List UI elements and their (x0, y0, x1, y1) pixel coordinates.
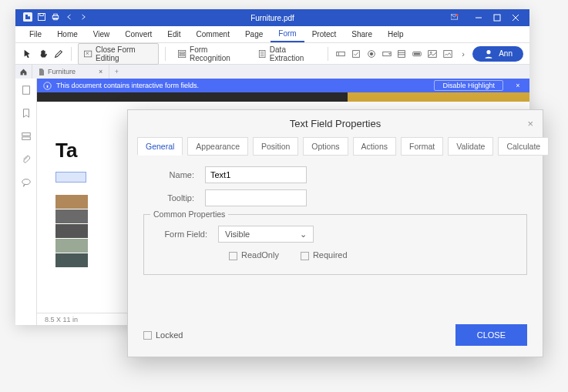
menu-view[interactable]: View (86, 27, 118, 42)
svg-rect-15 (178, 50, 185, 57)
readonly-checkbox[interactable]: ReadOnly (229, 250, 279, 260)
text-field-on-page[interactable] (55, 172, 86, 183)
page-dimensions: 8.5 X 11 in (45, 316, 78, 323)
svg-rect-2 (40, 14, 44, 16)
signature-icon[interactable] (442, 47, 454, 61)
tab-format[interactable]: Format (401, 137, 443, 156)
user-badge[interactable]: Ann (472, 46, 523, 62)
name-input[interactable] (205, 166, 307, 183)
form-field-label: Form Field: (156, 230, 218, 239)
menu-help[interactable]: Help (380, 27, 412, 42)
form-info-banner: This document contains interactive form … (37, 79, 529, 92)
menu-convert[interactable]: Convert (117, 27, 160, 42)
toolbar: Close Form Editing Form Recognition Data… (15, 43, 529, 65)
tab-position[interactable]: Position (253, 137, 298, 156)
listbox-icon[interactable] (396, 47, 408, 61)
radio-icon[interactable] (365, 47, 378, 61)
pointer-icon[interactable] (22, 47, 34, 61)
close-form-editing-button[interactable]: Close Form Editing (78, 43, 159, 65)
svg-rect-28 (398, 50, 405, 57)
menu-home[interactable]: Home (49, 27, 86, 42)
document-tabbar: Furniture × + (15, 65, 529, 79)
hand-icon[interactable] (37, 47, 49, 61)
tab-actions[interactable]: Actions (353, 137, 396, 156)
tab-calculate[interactable]: Calculate (498, 137, 549, 156)
tab-close-icon[interactable]: × (99, 68, 103, 75)
home-icon[interactable] (15, 65, 32, 79)
svg-point-36 (487, 50, 491, 54)
menu-form[interactable]: Form (271, 26, 304, 42)
svg-rect-16 (180, 52, 184, 53)
redo-icon[interactable] (79, 12, 88, 23)
save-icon[interactable] (37, 12, 46, 23)
name-label: Name: (143, 170, 205, 179)
menu-protect[interactable]: Protect (304, 27, 344, 42)
image-field-icon[interactable] (426, 47, 439, 61)
menu-share[interactable]: Share (344, 27, 380, 42)
tab-appearance[interactable]: Appearance (187, 137, 248, 156)
maximize-button[interactable] (488, 9, 506, 26)
dialog-title: Text Field Properties × (128, 110, 543, 137)
svg-point-7 (456, 14, 459, 16)
attachments-icon[interactable] (21, 154, 32, 168)
locked-checkbox[interactable]: Locked (143, 330, 183, 340)
titlebar: Furniture.pdf (15, 9, 529, 26)
close-window-button[interactable] (506, 9, 525, 26)
side-panel (15, 79, 37, 325)
svg-point-34 (431, 52, 432, 53)
svg-point-40 (22, 179, 30, 185)
svg-rect-22 (337, 52, 345, 55)
dialog-close-icon[interactable]: × (527, 118, 533, 129)
layers-icon[interactable] (21, 131, 32, 145)
document-title: Furniture.pdf (250, 14, 294, 22)
menubar: File Home View Convert Edit Comment Page… (15, 26, 529, 43)
svg-rect-1 (39, 14, 45, 21)
button-field-icon[interactable] (411, 47, 423, 61)
content-thumbnails (55, 195, 88, 267)
banner-text: This document contains interactive form … (56, 82, 199, 89)
bookmarks-icon[interactable] (21, 108, 32, 122)
svg-rect-24 (352, 50, 359, 57)
form-recognition-button[interactable]: Form Recognition (172, 43, 249, 65)
print-icon[interactable] (51, 12, 60, 23)
disable-highlight-button[interactable]: Disable Highlight (434, 80, 503, 91)
menu-file[interactable]: File (22, 27, 49, 42)
tab-validate[interactable]: Validate (448, 137, 493, 156)
svg-rect-9 (494, 15, 500, 21)
common-properties-legend: Common Properties (150, 209, 228, 219)
mail-notification-icon[interactable] (451, 13, 463, 22)
combobox-icon[interactable] (381, 47, 393, 61)
app-logo-icon (23, 12, 32, 23)
svg-rect-39 (22, 137, 30, 140)
svg-rect-35 (444, 50, 452, 57)
edit-icon[interactable] (52, 47, 65, 61)
minimize-button[interactable] (469, 9, 488, 26)
required-checkbox[interactable]: Required (301, 250, 348, 260)
menu-edit[interactable]: Edit (160, 27, 188, 42)
svg-rect-17 (180, 54, 184, 55)
form-field-select[interactable]: Visible ⌄ (218, 226, 314, 243)
undo-icon[interactable] (65, 12, 74, 23)
doc-tab-furniture[interactable]: Furniture × (32, 65, 109, 79)
textfield-icon[interactable] (334, 47, 347, 61)
banner-close-icon[interactable]: × (513, 82, 523, 89)
svg-rect-4 (54, 14, 58, 15)
svg-point-26 (370, 52, 373, 55)
close-button[interactable]: CLOSE (455, 324, 527, 346)
add-tab-button[interactable]: + (109, 65, 123, 79)
comments-icon[interactable] (21, 177, 32, 191)
dialog-tabs: General Appearance Position Options Acti… (128, 137, 543, 156)
menu-comment[interactable]: Comment (189, 27, 237, 42)
svg-rect-37 (22, 86, 29, 95)
menu-page[interactable]: Page (237, 27, 271, 42)
checkbox-icon[interactable] (350, 47, 362, 61)
svg-rect-38 (22, 133, 30, 136)
text-field-properties-dialog: Text Field Properties × General Appearan… (127, 109, 543, 357)
tooltip-input[interactable] (205, 189, 307, 206)
overflow-icon[interactable]: › (457, 47, 469, 61)
thumbnails-icon[interactable] (21, 85, 32, 99)
tab-options[interactable]: Options (303, 137, 348, 156)
tab-general[interactable]: General (137, 137, 183, 156)
data-extraction-button[interactable]: Data Extraction (252, 43, 321, 65)
common-properties-group: Common Properties Form Field: Visible ⌄ … (143, 214, 527, 275)
